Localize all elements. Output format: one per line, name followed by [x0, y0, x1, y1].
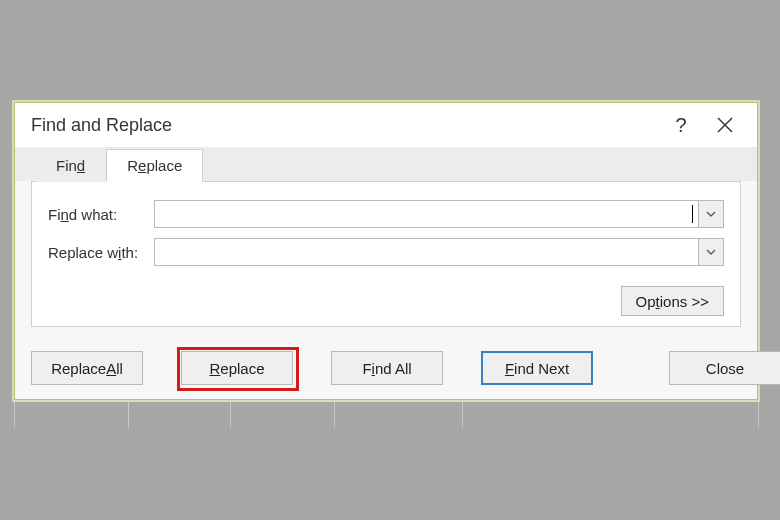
find-what-dropdown[interactable]	[698, 201, 723, 227]
replace-with-label: Replace with:	[48, 244, 154, 261]
text-cursor	[692, 205, 693, 223]
tab-find[interactable]: Find	[35, 149, 106, 182]
close-button[interactable]: Close	[669, 351, 780, 385]
find-what-label: Find what:	[48, 206, 154, 223]
find-what-combo	[154, 200, 724, 228]
tabstrip: Find Replace	[15, 147, 757, 181]
replace-with-input[interactable]	[155, 239, 698, 265]
replace-all-button[interactable]: Replace All	[31, 351, 143, 385]
options-button[interactable]: Options >>	[621, 286, 724, 316]
replace-with-combo	[154, 238, 724, 266]
footer-buttons: Replace All Replace Find All Find Next C…	[31, 351, 741, 385]
find-what-row: Find what:	[48, 200, 724, 228]
tab-replace[interactable]: Replace	[106, 149, 203, 182]
replace-with-row: Replace with:	[48, 238, 724, 266]
dialog-title: Find and Replace	[31, 115, 172, 136]
replace-panel: Find what: Replace with:	[31, 181, 741, 327]
close-icon	[717, 117, 733, 133]
options-row: Options >>	[48, 286, 724, 316]
find-all-button[interactable]: Find All	[331, 351, 443, 385]
replace-button[interactable]: Replace	[181, 351, 293, 385]
chevron-down-icon	[706, 249, 716, 255]
find-replace-dialog: Find and Replace ? Find Replace Find wha…	[14, 102, 758, 400]
help-icon: ?	[675, 114, 686, 137]
help-button[interactable]: ?	[659, 106, 703, 144]
chevron-down-icon	[706, 211, 716, 217]
replace-with-dropdown[interactable]	[698, 239, 723, 265]
find-next-button[interactable]: Find Next	[481, 351, 593, 385]
titlebar: Find and Replace ?	[15, 103, 757, 147]
close-window-button[interactable]	[703, 106, 747, 144]
find-what-input[interactable]	[155, 201, 693, 227]
